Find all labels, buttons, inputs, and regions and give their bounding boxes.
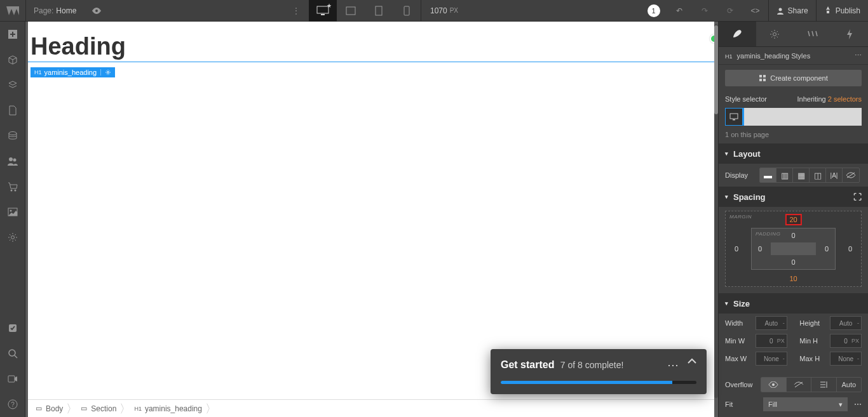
overflow-auto-btn[interactable]: Auto <box>837 378 862 392</box>
padding-left-input[interactable]: 0 <box>758 245 762 253</box>
more-vertical-icon[interactable]: ⋮ <box>283 0 309 22</box>
padding-right-input[interactable]: 0 <box>825 245 829 253</box>
rocket-icon <box>824 6 832 15</box>
selector-state-icon[interactable] <box>725 108 743 126</box>
display-block-btn[interactable]: ▬ <box>760 168 776 182</box>
margin-label: MARGIN <box>729 214 752 220</box>
svg-rect-24 <box>759 79 762 81</box>
display-grid-btn[interactable]: ▦ <box>793 168 810 182</box>
tab-interactions[interactable] <box>831 22 868 46</box>
svg-point-9 <box>13 159 17 162</box>
maxw-label: Max W <box>725 355 752 362</box>
search-icon[interactable] <box>0 341 25 366</box>
svg-rect-25 <box>763 79 766 81</box>
style-selector-input[interactable] <box>725 108 862 126</box>
width-input[interactable]: Auto- <box>756 316 787 330</box>
page-selector[interactable]: Page: Home <box>25 0 84 22</box>
breadcrumb: ▭ Body 〉 ▭ Section 〉 H1 yaminis_heading … <box>28 399 714 417</box>
padding-bottom-input[interactable]: 0 <box>791 258 795 266</box>
vertical-scrollbar[interactable] <box>714 24 718 398</box>
cms-icon[interactable] <box>0 123 25 149</box>
brand-logo[interactable] <box>0 0 25 22</box>
device-mobile-btn[interactable] <box>393 0 421 22</box>
maxh-input[interactable]: None- <box>830 352 862 366</box>
minw-input[interactable]: 0PX <box>756 334 787 348</box>
margin-left-input[interactable]: 0 <box>735 245 738 253</box>
help-icon[interactable]: ? <box>0 392 25 417</box>
breadcrumb-section[interactable]: ▭ Section 〉 <box>77 400 130 418</box>
users-icon[interactable] <box>0 149 25 174</box>
share-button[interactable]: Share <box>768 0 816 22</box>
padding-label: PADDING <box>756 231 780 237</box>
tab-settings[interactable] <box>756 22 794 46</box>
svg-point-7 <box>9 132 17 135</box>
section-layout[interactable]: ▾ Layout <box>719 143 868 164</box>
breadcrumb-body[interactable]: ▭ Body 〉 <box>32 400 77 418</box>
margin-top-input[interactable]: 20 <box>786 215 800 224</box>
overflow-hidden-btn[interactable] <box>787 378 812 392</box>
notification-badge[interactable]: 1 <box>648 4 660 17</box>
height-label: Height <box>799 319 826 327</box>
more-horizontal-icon[interactable]: ⋯ <box>855 51 862 60</box>
viewport-size[interactable]: 1070 PX <box>421 0 467 22</box>
fit-select[interactable]: Fill ▾ <box>763 397 848 411</box>
sync-icon[interactable]: ⟳ <box>717 0 743 22</box>
scrollbar-thumb[interactable] <box>714 25 718 114</box>
tab-style[interactable] <box>719 22 756 46</box>
layers-icon[interactable] <box>0 72 25 98</box>
margin-bottom-input[interactable]: 10 <box>789 275 797 282</box>
chevron-up-icon[interactable] <box>688 358 696 372</box>
display-inline-btn[interactable]: |A| <box>826 168 843 182</box>
preview-icon[interactable] <box>84 0 109 22</box>
spacing-expand-icon[interactable]: ⛶ <box>853 192 862 202</box>
minh-input[interactable]: 0PX <box>830 334 862 348</box>
fit-more-icon[interactable]: ⋯ <box>854 400 862 409</box>
settings-icon[interactable] <box>0 225 25 250</box>
ecommerce-icon[interactable] <box>0 174 25 199</box>
assets-icon[interactable] <box>0 199 25 225</box>
code-icon[interactable]: <> <box>743 0 768 22</box>
overflow-visible-btn[interactable] <box>761 378 787 392</box>
overflow-scroll-btn[interactable] <box>811 378 837 392</box>
height-input[interactable]: Auto- <box>830 316 862 330</box>
section-spacing[interactable]: ▾ Spacing ⛶ <box>719 187 868 207</box>
publish-button[interactable]: Publish <box>816 0 868 22</box>
more-horizontal-icon[interactable]: ⋯ <box>667 358 679 372</box>
maxw-input[interactable]: None- <box>756 352 787 366</box>
display-flex-btn[interactable]: ▥ <box>776 168 793 182</box>
display-none-btn[interactable] <box>843 168 859 182</box>
create-component-button[interactable]: Create component <box>725 70 862 86</box>
tab-effects[interactable] <box>794 22 831 46</box>
inheriting-link[interactable]: 2 selectors <box>828 95 862 103</box>
svg-text:?: ? <box>11 401 15 408</box>
video-icon[interactable] <box>0 366 25 392</box>
section-icon: ▭ <box>81 404 87 413</box>
breadcrumb-element[interactable]: H1 yaminis_heading 〉 <box>130 400 216 418</box>
viewport-unit: PX <box>450 7 458 14</box>
element-styles-header: H1 yaminis_heading Styles ⋯ <box>719 47 868 65</box>
overflow-row: Overflow Auto <box>719 374 868 395</box>
page-selector-label: Page: <box>34 6 53 15</box>
canvas[interactable]: Heading H1 yaminis_heading <box>28 22 714 399</box>
svg-point-20 <box>107 72 109 74</box>
redo-icon[interactable]: ↷ <box>692 0 717 22</box>
padding-top-input[interactable]: 0 <box>791 232 795 239</box>
gear-icon[interactable] <box>100 69 111 76</box>
add-element-icon[interactable] <box>0 22 25 47</box>
checklist-icon[interactable] <box>0 315 25 341</box>
display-inline-block-btn[interactable]: ◫ <box>810 168 826 182</box>
device-desktop-btn[interactable]: ★ <box>309 0 337 22</box>
person-icon <box>776 7 784 15</box>
undo-icon[interactable]: ↶ <box>667 0 692 22</box>
element-badge[interactable]: H1 yaminis_heading <box>31 67 115 77</box>
device-tablet-portrait-btn[interactable] <box>365 0 393 22</box>
page-selector-value: Home <box>56 6 76 15</box>
svg-rect-17 <box>8 376 15 382</box>
margin-right-input[interactable]: 0 <box>848 245 852 253</box>
device-tablet-btn[interactable] <box>337 0 365 22</box>
section-size[interactable]: ▾ Size <box>719 293 868 314</box>
pages-icon[interactable] <box>0 98 25 123</box>
box-icon[interactable] <box>0 47 25 72</box>
svg-rect-3 <box>376 6 382 15</box>
heading-element[interactable]: Heading <box>28 22 714 62</box>
